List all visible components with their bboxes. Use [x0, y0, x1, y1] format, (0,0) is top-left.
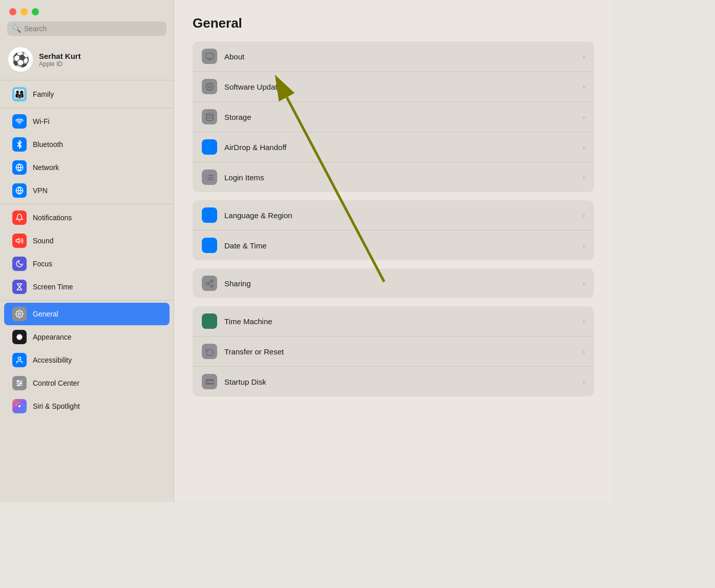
sidebar-item-network[interactable]: Network [4, 156, 170, 179]
profile-subtitle: Apple ID [39, 60, 81, 68]
svg-point-11 [17, 381, 19, 382]
settings-row-date-time[interactable]: Date & Time › [193, 230, 594, 260]
sidebar-item-notifications[interactable]: Notifications [4, 206, 170, 229]
sidebar-item-control-center[interactable]: Control Center [4, 372, 170, 394]
sidebar-item-label-control-center: Control Center [33, 379, 79, 387]
settings-groups: About › Software Update › Storage › AirD… [193, 41, 594, 396]
settings-row-storage[interactable]: Storage › [193, 102, 594, 132]
sidebar-divider-1 [0, 80, 174, 80]
svg-point-14 [18, 405, 20, 407]
sidebar-item-label-family: Family [33, 90, 54, 98]
settings-row-time-machine[interactable]: Time Machine › [193, 306, 594, 337]
sidebar-item-label-notifications: Notifications [33, 214, 72, 222]
row-label-software-update: Software Update [224, 82, 583, 91]
sidebar-item-label-focus: Focus [33, 260, 52, 268]
settings-group-group3: Sharing › [193, 268, 594, 298]
sidebar-item-focus[interactable]: Focus [4, 253, 170, 275]
sidebar-item-label-general: General [33, 310, 58, 318]
row-chevron-sharing: › [583, 280, 585, 287]
sidebar: 🔍 ⚽ Serhat Kurt Apple ID 👨‍👩‍👧Family Wi-… [0, 0, 174, 502]
row-chevron-login-items: › [583, 174, 585, 181]
svg-rect-15 [206, 53, 213, 58]
sidebar-item-label-bluetooth: Bluetooth [33, 140, 63, 149]
sidebar-item-label-siri-spotlight: Siri & Spotlight [33, 402, 80, 410]
row-label-sharing: Sharing [224, 279, 583, 288]
row-icon-transfer-reset [202, 344, 217, 359]
row-chevron-software-update: › [583, 83, 585, 91]
row-label-time-machine: Time Machine [224, 317, 583, 326]
svg-rect-40 [206, 380, 213, 383]
row-icon-date-time [202, 238, 217, 253]
svg-marker-4 [16, 238, 19, 243]
settings-group-group2: Language & Region › Date & Time › [193, 200, 594, 260]
row-label-airdrop-handoff: AirDrop & Handoff [224, 143, 583, 152]
row-label-language-region: Language & Region [224, 211, 583, 220]
settings-row-sharing[interactable]: Sharing › [193, 268, 594, 298]
profile-section[interactable]: ⚽ Serhat Kurt Apple ID [0, 43, 174, 78]
maximize-button[interactable] [32, 8, 39, 15]
sidebar-item-sound[interactable]: Sound [4, 229, 170, 252]
settings-row-about[interactable]: About › [193, 41, 594, 72]
sidebar-item-label-sound: Sound [33, 237, 53, 245]
settings-row-software-update[interactable]: Software Update › [193, 72, 594, 102]
row-chevron-date-time: › [583, 242, 585, 249]
sidebar-item-general[interactable]: General [4, 303, 170, 325]
profile-name: Serhat Kurt [39, 52, 81, 60]
search-bar[interactable]: 🔍 [7, 22, 166, 36]
svg-point-18 [208, 86, 211, 88]
avatar: ⚽ [8, 47, 33, 72]
settings-group-group4: Time Machine › Transfer or Reset › Start… [193, 306, 594, 396]
minimize-button[interactable] [20, 8, 28, 15]
sidebar-item-label-screen-time: Screen Time [33, 283, 73, 291]
row-icon-startup-disk [202, 374, 217, 389]
svg-line-37 [208, 284, 211, 285]
row-icon-airdrop-handoff [202, 139, 217, 155]
sidebar-item-wifi[interactable]: Wi-Fi [4, 110, 170, 133]
sidebar-divider-3 [0, 204, 174, 204]
settings-row-login-items[interactable]: Login Items › [193, 162, 594, 192]
row-icon-login-items [202, 170, 217, 185]
close-button[interactable] [9, 8, 16, 15]
settings-group-group1: About › Software Update › Storage › AirD… [193, 41, 594, 192]
window-controls [0, 0, 174, 22]
row-chevron-transfer-reset: › [583, 348, 585, 355]
sidebar-item-label-network: Network [33, 163, 59, 172]
sidebar-item-appearance[interactable]: Appearance [4, 326, 170, 348]
svg-point-12 [20, 383, 22, 384]
search-input[interactable] [24, 25, 161, 33]
row-chevron-about: › [583, 53, 585, 60]
row-label-about: About [224, 52, 583, 61]
sidebar-item-screen-time[interactable]: Screen Time [4, 276, 170, 298]
sidebar-item-siri-spotlight[interactable]: Siri & Spotlight [4, 395, 170, 417]
sidebar-item-vpn[interactable]: VPN [4, 179, 170, 202]
sidebar-item-label-wifi: Wi-Fi [33, 117, 50, 125]
row-label-startup-disk: Startup Disk [224, 377, 583, 386]
sidebar-items-container: 👨‍👩‍👧Family Wi-Fi Bluetooth Network VPN … [0, 82, 174, 418]
sidebar-item-label-accessibility: Accessibility [33, 356, 72, 364]
search-icon: 🔍 [12, 25, 21, 33]
settings-row-language-region[interactable]: Language & Region › [193, 200, 594, 230]
row-icon-sharing [202, 276, 217, 291]
row-label-transfer-reset: Transfer or Reset [224, 347, 583, 356]
sidebar-divider-4 [0, 300, 174, 301]
row-label-login-items: Login Items [224, 173, 583, 182]
svg-point-19 [206, 113, 213, 115]
svg-point-5 [18, 313, 20, 315]
settings-row-airdrop-handoff[interactable]: AirDrop & Handoff › [193, 132, 594, 162]
row-label-date-time: Date & Time [224, 241, 583, 250]
row-icon-software-update [202, 79, 217, 94]
sidebar-item-label-vpn: VPN [33, 186, 48, 195]
sidebar-item-family[interactable]: 👨‍👩‍👧Family [4, 83, 170, 106]
settings-row-transfer-reset[interactable]: Transfer or Reset › [193, 337, 594, 367]
settings-row-startup-disk[interactable]: Startup Disk › [193, 367, 594, 396]
sidebar-item-accessibility[interactable]: Accessibility [4, 349, 170, 371]
svg-point-6 [17, 334, 23, 340]
page-title: General [193, 15, 594, 31]
row-label-storage: Storage [224, 113, 583, 121]
row-icon-language-region [202, 207, 217, 223]
sidebar-item-bluetooth[interactable]: Bluetooth [4, 133, 170, 156]
row-icon-about [202, 49, 217, 64]
svg-point-13 [18, 385, 19, 386]
sidebar-item-label-appearance: Appearance [33, 333, 72, 341]
row-chevron-startup-disk: › [583, 378, 585, 386]
